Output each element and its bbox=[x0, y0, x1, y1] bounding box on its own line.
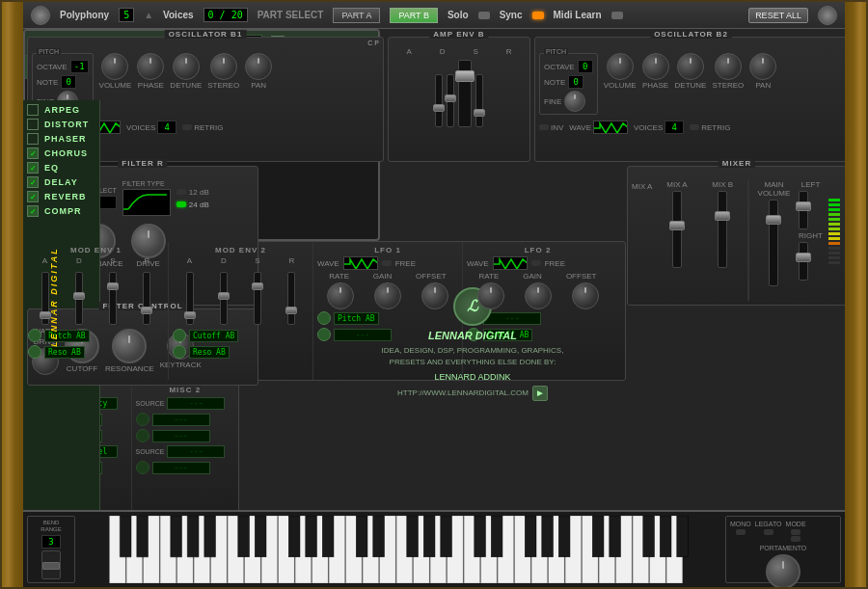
me1-release-track bbox=[143, 272, 150, 325]
phaser-checkbox[interactable] bbox=[27, 133, 39, 145]
part-b-button[interactable]: PART B bbox=[390, 8, 438, 23]
volume-knob-b1[interactable] bbox=[101, 53, 128, 80]
me1-attack[interactable] bbox=[41, 272, 49, 325]
lfo1-gain-knob[interactable] bbox=[374, 282, 401, 309]
me1-sustain[interactable] bbox=[109, 272, 117, 325]
right-fader[interactable] bbox=[799, 242, 808, 281]
me2-decay[interactable] bbox=[220, 272, 228, 325]
me1-decay[interactable] bbox=[75, 272, 83, 325]
eq-checkbox[interactable] bbox=[27, 162, 39, 174]
sync-led[interactable] bbox=[532, 12, 544, 19]
website-button[interactable]: ► bbox=[532, 386, 548, 401]
bend-range-section: BENDRANGE 3 bbox=[27, 516, 75, 583]
me2-decay-handle[interactable] bbox=[218, 292, 230, 300]
right-handle[interactable] bbox=[796, 253, 811, 262]
note-value-b2[interactable]: 0 bbox=[568, 75, 583, 89]
website-text[interactable]: HTTP://WWW.LENNARDIGITAL.COM bbox=[397, 388, 529, 397]
mode-n-led[interactable] bbox=[791, 529, 800, 535]
me1-sustain-handle[interactable] bbox=[107, 282, 119, 290]
delay-checkbox[interactable] bbox=[27, 176, 39, 188]
me1-dest2-knob[interactable] bbox=[28, 345, 41, 359]
piano-keyboard[interactable]: // This will be handled as static SVG bbox=[79, 516, 721, 583]
reverb-checkbox[interactable] bbox=[27, 191, 39, 202]
chorus-item: CHORUS bbox=[27, 147, 95, 159]
osc-b1-cp[interactable]: C P bbox=[367, 40, 379, 46]
portamento-knob[interactable] bbox=[766, 554, 800, 589]
me1-dest1-knob[interactable] bbox=[28, 329, 41, 342]
lfo1-offset-knob[interactable] bbox=[421, 282, 448, 309]
mod-env2-sliders bbox=[173, 267, 309, 325]
pan-knob-b2[interactable] bbox=[749, 53, 776, 80]
left-handle[interactable] bbox=[796, 201, 811, 211]
reset-all-button[interactable]: RESET ALL bbox=[748, 8, 808, 23]
me2-release[interactable] bbox=[287, 272, 295, 325]
octave-value-b1[interactable]: -1 bbox=[70, 60, 89, 73]
me1-sustain-track bbox=[109, 272, 117, 325]
me2-attack-handle[interactable] bbox=[184, 311, 196, 319]
lfo2-rate-knob[interactable] bbox=[477, 282, 504, 309]
wood-panel-right bbox=[845, 2, 866, 589]
polyphony-value[interactable]: 5 bbox=[119, 8, 134, 22]
lfo2-gain-knob[interactable] bbox=[525, 282, 552, 309]
left-fader[interactable] bbox=[799, 191, 808, 229]
mix-b-handle[interactable] bbox=[715, 211, 730, 221]
svg-rect-11 bbox=[828, 247, 840, 250]
bend-value[interactable]: 3 bbox=[41, 535, 61, 549]
mixer-section: MIXER MIX A MIX A MIX B bbox=[627, 166, 847, 306]
mix-b-fader[interactable] bbox=[718, 191, 727, 268]
me2-dest2-row: Reso AB bbox=[173, 345, 309, 359]
part-a-button[interactable]: PART A bbox=[333, 8, 380, 23]
svg-rect-59 bbox=[356, 516, 367, 557]
bend-handle[interactable] bbox=[42, 562, 60, 570]
phase-knob-b2[interactable] bbox=[642, 53, 669, 80]
me2-dest1-display[interactable]: Cutoff AB bbox=[189, 330, 238, 342]
main-vol-handle[interactable] bbox=[766, 215, 781, 225]
legato-label: LEGATO bbox=[755, 521, 782, 527]
svg-rect-1 bbox=[828, 199, 840, 201]
mix-a-fader[interactable] bbox=[672, 191, 682, 268]
me2-sustain-handle[interactable] bbox=[252, 282, 263, 290]
svg-rect-64 bbox=[475, 516, 486, 557]
compr-item: COMPR bbox=[27, 205, 95, 217]
me2-sustain[interactable] bbox=[254, 272, 261, 325]
me2-dest2-knob[interactable] bbox=[173, 345, 186, 359]
me2-release-handle[interactable] bbox=[285, 307, 297, 314]
midi-learn-led[interactable] bbox=[611, 12, 623, 19]
mix-a-handle[interactable] bbox=[669, 221, 685, 230]
stereo-knob-b1[interactable] bbox=[210, 53, 237, 80]
compr-checkbox[interactable] bbox=[27, 205, 39, 217]
lfo2-offset-knob[interactable] bbox=[572, 282, 599, 309]
legato-led[interactable] bbox=[764, 529, 773, 535]
svg-rect-10 bbox=[828, 242, 840, 245]
sustain-handle[interactable] bbox=[455, 70, 475, 82]
note-value-b1[interactable]: 0 bbox=[61, 75, 76, 89]
detune-knob-b1[interactable] bbox=[173, 53, 200, 80]
mod-env2-title: MOD ENV 2 bbox=[173, 246, 309, 254]
svg-rect-4 bbox=[828, 213, 840, 216]
arrow-up-icon[interactable]: ▲ bbox=[144, 10, 153, 20]
me1-release[interactable] bbox=[143, 272, 150, 325]
arpeg-checkbox[interactable] bbox=[27, 104, 39, 116]
octave-value-b2[interactable]: 0 bbox=[578, 60, 593, 73]
me1-release-handle[interactable] bbox=[141, 307, 152, 314]
mod-env2-dest: Cutoff AB Reso AB bbox=[173, 329, 309, 359]
chorus-checkbox[interactable] bbox=[27, 147, 39, 159]
volume-knob-b2[interactable] bbox=[607, 53, 634, 80]
main-vol-fader[interactable] bbox=[769, 200, 778, 286]
me2-attack[interactable] bbox=[186, 272, 194, 325]
solo-led[interactable] bbox=[478, 12, 490, 19]
detune-knob-b2[interactable] bbox=[677, 53, 704, 80]
mono-led[interactable] bbox=[736, 529, 746, 535]
me1-decay-handle[interactable] bbox=[73, 292, 85, 300]
stereo-knob-b2[interactable] bbox=[715, 53, 742, 80]
bend-slider[interactable] bbox=[41, 550, 61, 579]
me2-dest2-display[interactable]: Reso AB bbox=[189, 346, 230, 359]
distort-checkbox[interactable] bbox=[27, 119, 39, 130]
phase-knob-b1[interactable] bbox=[137, 53, 164, 80]
mix-a-label: MIX A bbox=[632, 182, 652, 191]
arpeg-item: ARPEG bbox=[27, 104, 95, 116]
me1-dest2-display[interactable]: Reso AB bbox=[44, 346, 85, 359]
mode-s-led[interactable] bbox=[791, 536, 800, 542]
pan-knob-b1[interactable] bbox=[245, 53, 272, 80]
me2-dest1-knob[interactable] bbox=[173, 329, 186, 342]
